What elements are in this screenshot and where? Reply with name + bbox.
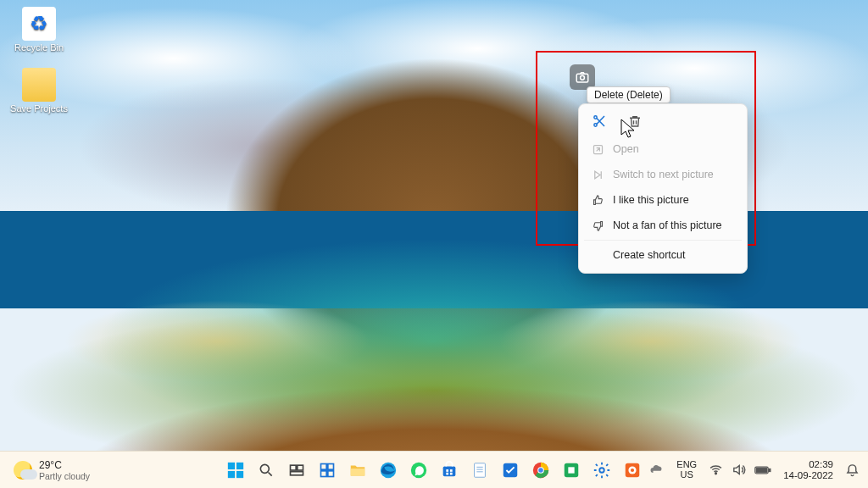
svg-rect-13 [321, 463, 327, 469]
context-menu-next-picture: Switch to next picture [584, 162, 742, 187]
context-menu-cut-icon[interactable] [591, 113, 608, 130]
recycle-bin-icon: ♻ [22, 7, 56, 41]
svg-rect-16 [328, 470, 334, 476]
svg-rect-10 [291, 465, 297, 470]
blank-icon [591, 248, 604, 262]
lang-top: ENG [676, 460, 697, 470]
svg-rect-12 [291, 471, 303, 474]
taskbar-whatsapp-icon[interactable] [406, 458, 431, 483]
folder-icon [22, 68, 56, 102]
taskbar-right: ENG US 02:39 14-09-2022 [629, 458, 860, 482]
taskbar-chrome-icon[interactable] [528, 458, 554, 483]
clock-date: 14-09-2022 [783, 470, 833, 481]
taskbar-notepad-icon[interactable] [467, 458, 492, 483]
context-menu-like-picture[interactable]: I like this picture [584, 187, 742, 213]
context-menu-delete-icon[interactable] [626, 113, 643, 130]
taskbar-weather-widget[interactable]: 29°C Partly cloudy [8, 456, 95, 485]
thumbs-up-icon [591, 193, 604, 207]
context-menu-item-label: Switch to next picture [613, 169, 714, 180]
svg-point-35 [715, 473, 717, 474]
taskbar-task-view-icon[interactable] [284, 458, 309, 483]
svg-rect-7 [228, 470, 235, 477]
context-menu-item-label: Not a fan of this picture [613, 219, 722, 231]
svg-rect-38 [756, 468, 766, 472]
context-menu-item-label: Open [613, 143, 639, 155]
context-menu-item-label: I like this picture [613, 194, 689, 206]
tray-volume-icon[interactable] [732, 463, 746, 477]
svg-rect-21 [446, 469, 448, 472]
taskbar-search-icon[interactable] [253, 458, 279, 483]
weather-condition: Partly cloudy [39, 471, 90, 481]
context-menu-create-shortcut[interactable]: Create shortcut [584, 242, 742, 268]
svg-point-31 [599, 468, 604, 473]
lang-bottom: US [676, 470, 697, 480]
taskbar-app-green[interactable] [559, 458, 584, 483]
taskbar-store-icon[interactable] [437, 458, 462, 483]
open-icon [591, 142, 604, 156]
svg-point-9 [260, 464, 269, 473]
taskbar-language-switch[interactable]: ENG US [673, 458, 700, 481]
svg-rect-24 [450, 472, 453, 474]
context-menu-dislike-picture[interactable]: Not a fan of this picture [584, 213, 742, 238]
tray-notifications-icon[interactable] [845, 463, 860, 477]
context-menu-open: Open [584, 136, 742, 162]
play-next-icon [591, 168, 604, 181]
svg-rect-5 [228, 462, 235, 469]
desktop-icon-save-projects[interactable]: Save Projects [8, 68, 70, 114]
svg-rect-37 [769, 469, 771, 471]
svg-rect-8 [236, 470, 243, 477]
context-menu-separator [584, 240, 742, 241]
taskbar-clock[interactable]: 02:39 14-09-2022 [780, 458, 837, 482]
taskbar-settings-icon[interactable] [589, 458, 615, 483]
desktop-icon-label: Save Projects [8, 103, 70, 114]
tray-onedrive-icon[interactable] [649, 463, 665, 478]
tooltip-delete: Delete (Delete) [587, 86, 670, 103]
svg-rect-22 [450, 469, 453, 472]
tray-wifi-icon[interactable] [709, 463, 723, 477]
start-button[interactable] [223, 458, 248, 483]
svg-rect-6 [236, 462, 243, 469]
svg-rect-15 [321, 470, 327, 476]
taskbar-app-generic[interactable] [498, 458, 523, 483]
desktop-context-menu: Open Switch to next picture I like this … [578, 103, 748, 274]
svg-point-1 [581, 75, 585, 80]
desktop-icon-label: Recycle Bin [8, 42, 70, 53]
svg-rect-20 [443, 466, 456, 476]
taskbar-explorer-icon[interactable] [345, 458, 370, 483]
taskbar-app-orange[interactable] [620, 458, 645, 483]
weather-icon [14, 461, 32, 480]
svg-rect-23 [446, 472, 448, 474]
context-menu-item-label: Create shortcut [613, 249, 685, 261]
tray-battery-icon[interactable] [754, 464, 771, 476]
taskbar-widgets-icon[interactable] [314, 458, 340, 483]
svg-point-34 [631, 468, 634, 471]
svg-rect-25 [475, 463, 486, 477]
svg-rect-17 [351, 469, 365, 475]
taskbar-center [223, 458, 645, 483]
weather-temp: 29°C [39, 459, 90, 471]
svg-point-29 [538, 468, 543, 473]
taskbar-edge-icon[interactable] [376, 458, 401, 483]
desktop-icon-recycle-bin[interactable]: ♻ Recycle Bin [8, 7, 70, 53]
clock-time: 02:39 [783, 459, 833, 470]
thumbs-down-icon [591, 219, 604, 232]
svg-rect-14 [328, 463, 334, 469]
taskbar: 29°C Partly cloudy [0, 451, 868, 488]
svg-rect-11 [298, 465, 303, 470]
